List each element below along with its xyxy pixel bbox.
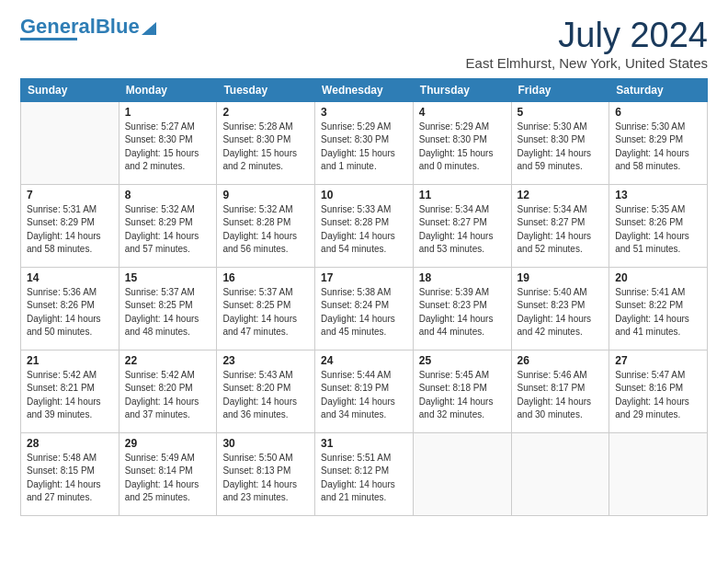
calendar-cell: 11Sunrise: 5:34 AM Sunset: 8:27 PM Dayli… — [413, 184, 511, 267]
calendar-cell: 4Sunrise: 5:29 AM Sunset: 8:30 PM Daylig… — [413, 101, 511, 184]
calendar-cell: 16Sunrise: 5:37 AM Sunset: 8:25 PM Dayli… — [217, 267, 315, 350]
logo-text: GeneralBlue — [20, 17, 140, 37]
day-number: 22 — [125, 354, 211, 367]
calendar-cell: 10Sunrise: 5:33 AM Sunset: 8:28 PM Dayli… — [315, 184, 414, 267]
calendar-cell: 12Sunrise: 5:34 AM Sunset: 8:27 PM Dayli… — [511, 184, 609, 267]
day-number: 5 — [518, 106, 604, 119]
calendar-header-monday: Monday — [119, 78, 217, 101]
calendar-cell: 17Sunrise: 5:38 AM Sunset: 8:24 PM Dayli… — [315, 267, 414, 350]
day-number: 18 — [419, 271, 506, 284]
day-info: Sunrise: 5:42 AM Sunset: 8:20 PM Dayligh… — [125, 369, 211, 422]
day-info: Sunrise: 5:29 AM Sunset: 8:30 PM Dayligh… — [419, 121, 506, 174]
calendar-table: SundayMondayTuesdayWednesdayThursdayFrid… — [20, 78, 708, 516]
calendar-cell: 7Sunrise: 5:31 AM Sunset: 8:29 PM Daylig… — [21, 184, 119, 267]
day-info: Sunrise: 5:30 AM Sunset: 8:29 PM Dayligh… — [615, 121, 701, 174]
logo-underline — [20, 38, 77, 40]
day-number: 25 — [419, 354, 506, 367]
day-number: 26 — [518, 354, 604, 367]
day-number: 3 — [321, 106, 407, 119]
calendar-cell: 1Sunrise: 5:27 AM Sunset: 8:30 PM Daylig… — [119, 101, 217, 184]
calendar-cell: 21Sunrise: 5:42 AM Sunset: 8:21 PM Dayli… — [21, 350, 119, 432]
calendar-cell: 8Sunrise: 5:32 AM Sunset: 8:29 PM Daylig… — [119, 184, 217, 267]
calendar-cell: 15Sunrise: 5:37 AM Sunset: 8:25 PM Dayli… — [119, 267, 217, 350]
day-number: 13 — [615, 189, 701, 201]
day-info: Sunrise: 5:44 AM Sunset: 8:19 PM Dayligh… — [321, 369, 407, 422]
day-info: Sunrise: 5:41 AM Sunset: 8:22 PM Dayligh… — [615, 286, 701, 339]
day-info: Sunrise: 5:48 AM Sunset: 8:15 PM Dayligh… — [27, 452, 113, 505]
calendar-week-row: 28Sunrise: 5:48 AM Sunset: 8:15 PM Dayli… — [21, 432, 708, 515]
calendar-cell: 23Sunrise: 5:43 AM Sunset: 8:20 PM Dayli… — [217, 350, 315, 432]
calendar-cell: 6Sunrise: 5:30 AM Sunset: 8:29 PM Daylig… — [609, 101, 708, 184]
calendar-cell: 24Sunrise: 5:44 AM Sunset: 8:19 PM Dayli… — [315, 350, 414, 432]
calendar-header-friday: Friday — [511, 78, 609, 101]
day-info: Sunrise: 5:43 AM Sunset: 8:20 PM Dayligh… — [222, 369, 309, 422]
day-info: Sunrise: 5:33 AM Sunset: 8:28 PM Dayligh… — [321, 203, 407, 257]
calendar-cell: 25Sunrise: 5:45 AM Sunset: 8:18 PM Dayli… — [413, 350, 511, 432]
day-info: Sunrise: 5:35 AM Sunset: 8:26 PM Dayligh… — [615, 203, 701, 257]
calendar-cell: 19Sunrise: 5:40 AM Sunset: 8:23 PM Dayli… — [511, 267, 609, 350]
day-info: Sunrise: 5:29 AM Sunset: 8:30 PM Dayligh… — [321, 121, 407, 174]
calendar-cell: 22Sunrise: 5:42 AM Sunset: 8:20 PM Dayli… — [119, 350, 217, 432]
day-number: 24 — [321, 354, 407, 367]
day-number: 1 — [125, 106, 211, 119]
calendar-cell: 9Sunrise: 5:32 AM Sunset: 8:28 PM Daylig… — [217, 184, 315, 267]
day-info: Sunrise: 5:32 AM Sunset: 8:29 PM Dayligh… — [125, 203, 211, 257]
header: GeneralBlue July 2024 East Elmhurst, New… — [20, 17, 708, 71]
day-info: Sunrise: 5:47 AM Sunset: 8:16 PM Dayligh… — [615, 369, 701, 422]
calendar-week-row: 1Sunrise: 5:27 AM Sunset: 8:30 PM Daylig… — [21, 101, 708, 184]
day-number: 14 — [27, 271, 113, 284]
calendar-cell: 27Sunrise: 5:47 AM Sunset: 8:16 PM Dayli… — [609, 350, 708, 432]
day-info: Sunrise: 5:32 AM Sunset: 8:28 PM Dayligh… — [222, 203, 309, 257]
location: East Elmhurst, New York, United States — [466, 55, 708, 71]
day-info: Sunrise: 5:49 AM Sunset: 8:14 PM Dayligh… — [125, 452, 211, 505]
day-info: Sunrise: 5:34 AM Sunset: 8:27 PM Dayligh… — [419, 203, 506, 257]
day-number: 15 — [125, 271, 211, 284]
day-number: 17 — [321, 271, 407, 284]
calendar-cell: 31Sunrise: 5:51 AM Sunset: 8:12 PM Dayli… — [315, 432, 414, 515]
day-number: 2 — [222, 106, 309, 119]
calendar-cell: 13Sunrise: 5:35 AM Sunset: 8:26 PM Dayli… — [609, 184, 708, 267]
day-info: Sunrise: 5:30 AM Sunset: 8:30 PM Dayligh… — [518, 121, 604, 174]
day-info: Sunrise: 5:42 AM Sunset: 8:21 PM Dayligh… — [27, 369, 113, 422]
day-number: 9 — [222, 189, 309, 201]
day-number: 21 — [27, 354, 113, 367]
day-info: Sunrise: 5:50 AM Sunset: 8:13 PM Dayligh… — [222, 452, 309, 505]
day-info: Sunrise: 5:37 AM Sunset: 8:25 PM Dayligh… — [222, 286, 309, 339]
day-number: 11 — [419, 189, 506, 201]
day-number: 30 — [222, 437, 309, 450]
calendar-header-thursday: Thursday — [413, 78, 511, 101]
day-info: Sunrise: 5:31 AM Sunset: 8:29 PM Dayligh… — [27, 203, 113, 257]
calendar-cell — [609, 432, 708, 515]
logo-icon — [142, 18, 156, 35]
calendar-header-row: SundayMondayTuesdayWednesdayThursdayFrid… — [21, 78, 708, 101]
calendar-cell: 20Sunrise: 5:41 AM Sunset: 8:22 PM Dayli… — [609, 267, 708, 350]
day-number: 10 — [321, 189, 407, 201]
day-number: 8 — [125, 189, 211, 201]
calendar-cell: 2Sunrise: 5:28 AM Sunset: 8:30 PM Daylig… — [217, 101, 315, 184]
calendar-cell: 29Sunrise: 5:49 AM Sunset: 8:14 PM Dayli… — [119, 432, 217, 515]
calendar-cell: 26Sunrise: 5:46 AM Sunset: 8:17 PM Dayli… — [511, 350, 609, 432]
logo: GeneralBlue — [20, 17, 156, 40]
calendar-header-sunday: Sunday — [21, 78, 119, 101]
day-number: 31 — [321, 437, 407, 450]
day-info: Sunrise: 5:45 AM Sunset: 8:18 PM Dayligh… — [419, 369, 506, 422]
svg-marker-0 — [142, 22, 156, 35]
day-info: Sunrise: 5:28 AM Sunset: 8:30 PM Dayligh… — [222, 121, 309, 174]
day-number: 29 — [125, 437, 211, 450]
day-number: 20 — [615, 271, 701, 284]
calendar-cell: 28Sunrise: 5:48 AM Sunset: 8:15 PM Dayli… — [21, 432, 119, 515]
month-year: July 2024 — [466, 17, 708, 55]
calendar-cell: 14Sunrise: 5:36 AM Sunset: 8:26 PM Dayli… — [21, 267, 119, 350]
title-block: July 2024 East Elmhurst, New York, Unite… — [466, 17, 708, 71]
calendar-header-wednesday: Wednesday — [315, 78, 414, 101]
day-number: 28 — [27, 437, 113, 450]
calendar-cell: 30Sunrise: 5:50 AM Sunset: 8:13 PM Dayli… — [217, 432, 315, 515]
calendar-header-tuesday: Tuesday — [217, 78, 315, 101]
day-number: 16 — [222, 271, 309, 284]
calendar-week-row: 14Sunrise: 5:36 AM Sunset: 8:26 PM Dayli… — [21, 267, 708, 350]
calendar-week-row: 21Sunrise: 5:42 AM Sunset: 8:21 PM Dayli… — [21, 350, 708, 432]
day-number: 6 — [615, 106, 701, 119]
page: GeneralBlue July 2024 East Elmhurst, New… — [0, 0, 728, 563]
day-info: Sunrise: 5:36 AM Sunset: 8:26 PM Dayligh… — [27, 286, 113, 339]
calendar-cell: 5Sunrise: 5:30 AM Sunset: 8:30 PM Daylig… — [511, 101, 609, 184]
